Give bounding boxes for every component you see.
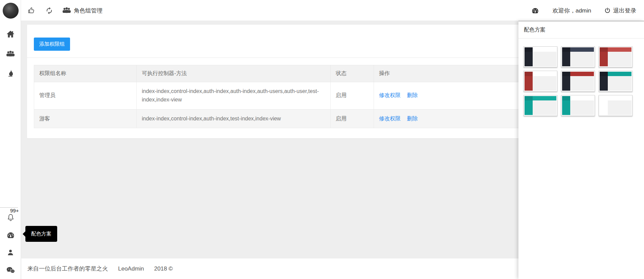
col-header-methods: 可执行控制器-方法 [137, 65, 331, 82]
user-icon[interactable] [6, 248, 15, 257]
color-scheme-swatch-white-white[interactable] [599, 95, 632, 116]
sidebar-item-home[interactable] [6, 30, 15, 39]
color-scheme-swatch-red-white[interactable] [524, 71, 557, 92]
edit-permission-link[interactable]: 修改权限 [379, 92, 401, 98]
color-scheme-swatch-dark-red[interactable] [561, 71, 595, 92]
footer-year: 2018 © [154, 265, 173, 272]
col-header-status: 状态 [331, 65, 374, 82]
welcome-text: 欢迎你，admin [553, 7, 591, 15]
thumbs-up-icon[interactable] [27, 6, 36, 15]
sidebar: 99+ [0, 0, 21, 279]
sidebar-item-users[interactable] [6, 49, 15, 58]
swatch-grid [518, 39, 644, 124]
color-scheme-panel: 配色方案 [518, 21, 644, 279]
edit-permission-link[interactable]: 修改权限 [379, 116, 401, 121]
users-icon [62, 6, 71, 15]
delete-link[interactable]: 删除 [407, 92, 418, 98]
logout-label: 退出登录 [613, 7, 636, 15]
group-name: 游客 [34, 109, 137, 128]
footer-brand: LeoAdmin [118, 265, 144, 272]
top-navbar: 角色组管理 欢迎你，admin 退出登录 [0, 0, 644, 21]
bell-icon[interactable] [6, 213, 15, 222]
notification-badge: 99+ [10, 208, 19, 213]
color-scheme-tooltip: 配色方案 [25, 226, 57, 242]
power-icon [604, 7, 611, 14]
page-title: 角色组管理 [74, 7, 103, 15]
group-methods: index-index,control-index,auth-index,tes… [137, 109, 331, 128]
color-scheme-swatch-dark-slate[interactable] [561, 46, 595, 67]
refresh-icon[interactable] [45, 6, 53, 15]
color-scheme-icon[interactable] [6, 231, 15, 239]
color-scheme-swatch-dark-white[interactable] [524, 46, 557, 67]
add-permission-group-button[interactable]: 添加权限组 [34, 38, 70, 51]
col-header-name: 权限组名称 [34, 65, 137, 82]
group-name: 管理员 [34, 82, 137, 110]
color-scheme-swatch-dark-teal[interactable] [599, 71, 632, 92]
panel-title: 配色方案 [518, 21, 644, 39]
group-status: 启用 [331, 109, 374, 128]
group-methods: index-index,control-index,auth-index,aut… [137, 82, 331, 110]
group-status: 启用 [331, 82, 374, 110]
dashboard-icon[interactable] [531, 6, 540, 15]
color-scheme-swatch-teal-teal[interactable] [524, 95, 557, 116]
delete-link[interactable]: 删除 [407, 116, 418, 121]
color-scheme-swatch-teal-white[interactable] [561, 95, 595, 116]
footer-slogan: 来自一位后台工作者的零星之火 [27, 265, 108, 273]
sidebar-item-flame[interactable] [6, 69, 15, 78]
color-scheme-swatch-red-red[interactable] [599, 46, 632, 67]
avatar[interactable] [3, 3, 19, 19]
logout-button[interactable]: 退出登录 [604, 7, 636, 15]
wechat-icon[interactable] [6, 265, 15, 274]
